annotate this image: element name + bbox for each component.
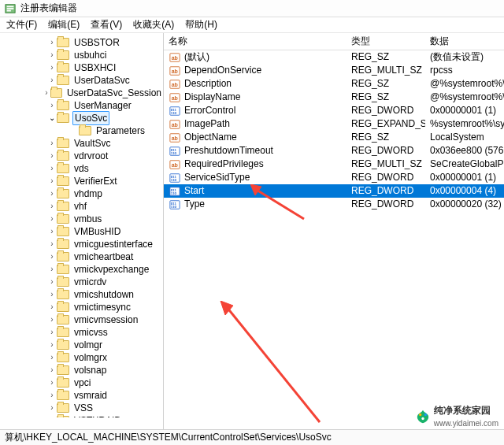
chevron-right-icon[interactable]: › — [47, 175, 57, 187]
svg-text:ab: ab — [172, 161, 178, 167]
tree-item[interactable]: ›vsmraid — [0, 389, 163, 402]
value-row[interactable]: abDisplayNameREG_SZ@%systemroot%\sy — [164, 91, 504, 104]
chevron-right-icon[interactable]: › — [47, 250, 57, 263]
menu-file[interactable]: 文件(F) — [6, 18, 37, 32]
chevron-right-icon[interactable]: › — [47, 49, 57, 61]
chevron-right-icon[interactable]: › — [47, 326, 57, 339]
tree-item[interactable]: ›VaultSvc — [0, 137, 163, 150]
chevron-right-icon[interactable]: › — [47, 150, 57, 162]
tree-item[interactable]: ›vmicvmsession — [0, 313, 163, 326]
folder-icon — [57, 50, 69, 60]
menu-view[interactable]: 查看(V) — [91, 18, 122, 32]
chevron-right-icon[interactable]: › — [47, 339, 57, 351]
chevron-right-icon[interactable]: › — [47, 389, 57, 402]
tree-item[interactable]: ›vmicvss — [0, 326, 163, 339]
string-value-icon: ab — [169, 52, 181, 63]
tree-item-label: USBXHCI — [72, 61, 117, 74]
value-name: RequiredPrivileges — [184, 158, 264, 171]
statusbar: 算机\HKEY_LOCAL_MACHINE\SYSTEM\CurrentCont… — [0, 429, 504, 445]
tree-scroll[interactable]: ›USBSTOR›usbuhci›USBXHCI›UserDataSvc›Use… — [0, 36, 163, 417]
col-header-data[interactable]: 数据 — [425, 35, 504, 48]
tree-item[interactable]: ›UserDataSvc — [0, 74, 163, 87]
value-row[interactable]: abImagePathREG_EXPAND_SZ%systemroot%\sys — [164, 117, 504, 131]
tree-item[interactable]: Parameters — [0, 124, 163, 137]
folder-icon — [57, 76, 69, 85]
tree-item[interactable]: ›usbuhci — [0, 49, 163, 61]
value-row[interactable]: abDependOnServiceREG_MULTI_SZrpcss — [164, 64, 504, 77]
value-name: ImagePath — [184, 117, 230, 131]
tree-item[interactable]: ›vmicheartbeat — [0, 250, 163, 263]
chevron-right-icon[interactable]: › — [47, 99, 57, 112]
tree-item[interactable]: ›volmgr — [0, 339, 163, 351]
tree-item[interactable]: ›VerifierExt — [0, 175, 163, 187]
chevron-right-icon[interactable]: › — [47, 225, 57, 238]
chevron-right-icon[interactable]: › — [47, 137, 57, 150]
tree-item[interactable]: ›vhf — [0, 200, 163, 213]
chevron-right-icon[interactable]: › — [47, 213, 57, 225]
tree-item[interactable]: ›UserManager — [0, 99, 163, 112]
chevron-right-icon[interactable]: › — [47, 376, 57, 389]
tree-item[interactable]: ›vmictimesync — [0, 301, 163, 313]
chevron-down-icon[interactable]: ⌄ — [47, 112, 57, 124]
menu-help[interactable]: 帮助(H) — [185, 18, 217, 32]
tree-item[interactable]: ›vpci — [0, 376, 163, 389]
col-header-name[interactable]: 名称 — [164, 35, 346, 48]
chevron-right-icon[interactable]: › — [47, 162, 57, 175]
value-row[interactable]: abRequiredPrivilegesREG_MULTI_SZSeCreate… — [164, 158, 504, 171]
chevron-right-icon[interactable]: › — [47, 414, 57, 417]
tree-item[interactable]: ›VSS — [0, 402, 163, 414]
folder-icon — [57, 113, 69, 123]
tree-item[interactable]: ›vmicrdv — [0, 276, 163, 288]
string-value-icon: ab — [169, 119, 181, 130]
value-row[interactable]: 011110ServiceSidTypeREG_DWORD0x00000001 … — [164, 171, 504, 184]
tree-item[interactable]: ›USBSTOR — [0, 36, 163, 49]
col-header-type[interactable]: 类型 — [346, 35, 425, 48]
chevron-right-icon[interactable]: › — [47, 74, 57, 87]
tree-item[interactable]: ›vdrvroot — [0, 150, 163, 162]
chevron-right-icon[interactable]: › — [47, 263, 57, 276]
tree-item-label: vhdmp — [72, 187, 104, 200]
tree-item[interactable]: ›vmbus — [0, 213, 163, 225]
chevron-right-icon[interactable]: › — [47, 288, 57, 301]
tree-item[interactable]: ›vmickvpexchange — [0, 263, 163, 276]
value-row[interactable]: 011110ErrorControlREG_DWORD0x00000001 (1… — [164, 104, 504, 117]
value-row[interactable]: abDescriptionREG_SZ@%systemroot%\sy — [164, 77, 504, 91]
folder-icon — [57, 202, 69, 211]
tree-item[interactable]: ›volmgrx — [0, 351, 163, 364]
value-row[interactable]: abObjectNameREG_SZLocalSystem — [164, 131, 504, 144]
value-data: 0x036ee800 (57600 — [425, 144, 504, 158]
chevron-right-icon[interactable]: › — [47, 313, 57, 326]
chevron-right-icon[interactable]: › — [47, 301, 57, 313]
chevron-right-icon[interactable]: › — [43, 87, 51, 99]
value-name: Start — [184, 184, 204, 198]
value-row[interactable]: 011110PreshutdownTimeoutREG_DWORD0x036ee… — [164, 144, 504, 158]
value-row[interactable]: 011110TypeREG_DWORD0x00000020 (32) — [164, 198, 504, 211]
tree-item[interactable]: ›volsnap — [0, 364, 163, 376]
value-row[interactable]: ab(默认)REG_SZ(数值未设置) — [164, 50, 504, 64]
tree-item[interactable]: ›vmicshutdown — [0, 288, 163, 301]
chevron-right-icon[interactable]: › — [47, 200, 57, 213]
menu-edit[interactable]: 编辑(E) — [48, 18, 80, 32]
tree-item[interactable]: ⌄UsoSvc — [0, 112, 163, 124]
chevron-right-icon[interactable]: › — [47, 351, 57, 364]
chevron-right-icon[interactable]: › — [47, 61, 57, 74]
tree-item[interactable]: ›vds — [0, 162, 163, 175]
tree-item[interactable]: ›vmicguestinterface — [0, 238, 163, 250]
tree-item[interactable]: ›VMBusHID — [0, 225, 163, 238]
folder-icon — [57, 164, 69, 173]
chevron-right-icon[interactable]: › — [47, 276, 57, 288]
chevron-right-icon[interactable]: › — [47, 238, 57, 250]
chevron-right-icon[interactable]: › — [47, 187, 57, 200]
tree-item[interactable]: ›UserDataSvc_Session — [0, 87, 163, 99]
chevron-right-icon[interactable]: › — [47, 402, 57, 414]
chevron-right-icon[interactable]: › — [47, 364, 57, 376]
menubar: 文件(F) 编辑(E) 查看(V) 收藏夹(A) 帮助(H) — [0, 17, 504, 33]
tree-item[interactable]: ›USBXHCI — [0, 61, 163, 74]
tree-item-label: VSTXRAID — [72, 414, 123, 417]
menu-fav[interactable]: 收藏夹(A) — [133, 18, 174, 32]
tree-item[interactable]: ›VSTXRAID — [0, 414, 163, 417]
chevron-right-icon[interactable]: › — [47, 36, 57, 49]
folder-icon — [57, 353, 69, 362]
tree-item[interactable]: ›vhdmp — [0, 187, 163, 200]
value-row[interactable]: 011110StartREG_DWORD0x00000004 (4) — [164, 184, 504, 198]
